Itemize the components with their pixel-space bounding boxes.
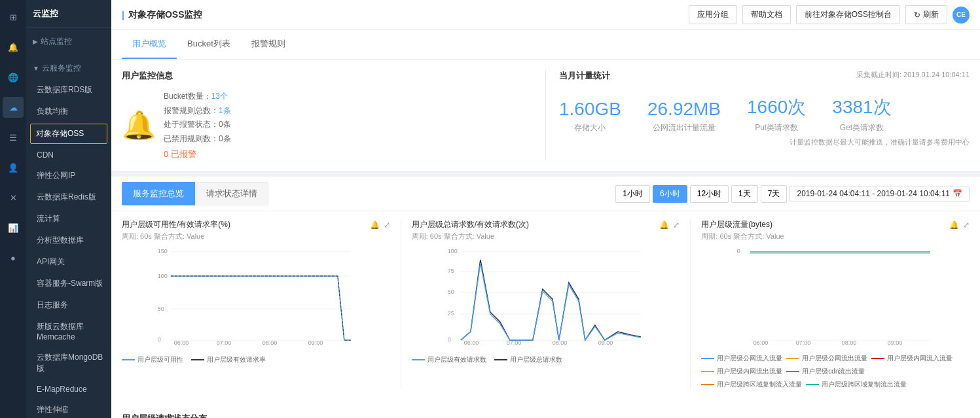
calendar-icon[interactable]: 📅 xyxy=(953,189,962,198)
sidebar-logo: 云监控 xyxy=(26,0,111,28)
bell-chart3-icon[interactable]: 🔔 xyxy=(949,220,959,230)
chart2-icons: 🔔 ⤢ xyxy=(659,220,680,230)
bottom-table: 用户层级请求状态分布 监控项 统计值 百分比 xyxy=(111,402,980,418)
sidebar-item-analytic[interactable]: 分析型数据库 xyxy=(26,230,111,251)
legend-line9 xyxy=(786,371,799,372)
note: 计量监控数据尽最大可能推送，准确计量请参考费用中心 xyxy=(559,137,970,147)
chart1-svg: 150 100 50 0 06:00 07:00 0 xyxy=(122,247,390,345)
tab-user-overview[interactable]: 用户概览 xyxy=(122,30,177,59)
bucket-count-link[interactable]: 13个 xyxy=(211,92,228,101)
sidebar-group-header-cloud[interactable]: ▼ 云服务监控 xyxy=(26,58,111,79)
sidebar-item-ess[interactable]: 弹性伸缩 xyxy=(26,399,111,418)
sidebar-group-header-site[interactable]: ▶ 站点监控 xyxy=(26,31,111,52)
legend-total-req: 用户层级总请求数 xyxy=(494,355,562,364)
legend-public-out: 用户层级公网流出流量 xyxy=(786,354,867,363)
svg-text:07:00: 07:00 xyxy=(217,340,232,345)
table-title: 用户层级请求状态分布 xyxy=(122,413,207,418)
nav-icon-dot[interactable]: ● xyxy=(3,247,24,268)
monitor-tabs: 服务监控总览 请求状态详情 xyxy=(122,182,268,205)
info-stats: Bucket数量：13个 报警规则总数：1条 处于报警状态：0条 已禁用规则数：… xyxy=(164,90,231,146)
sidebar-item-cdn[interactable]: CDN xyxy=(26,145,111,165)
nav-icon-chart[interactable]: 📊 xyxy=(3,217,24,238)
stat-get-value: 3381次 xyxy=(832,95,891,120)
sidebar-item-emr[interactable]: E-MapReduce xyxy=(26,379,111,399)
sidebar-item-api[interactable]: API网关 xyxy=(26,251,111,273)
month-stats-block: 当月计量统计 采集截止时间: 2019.01.24 10:04:11 1.60G… xyxy=(559,70,970,160)
time-btn-7d[interactable]: 7天 xyxy=(761,185,788,203)
nav-icon-settings[interactable]: ✕ xyxy=(3,187,24,208)
svg-text:0: 0 xyxy=(737,248,740,254)
nav-icon-list[interactable]: ☰ xyxy=(3,127,24,148)
alarm-rules-row: 报警规则总数：1条 xyxy=(164,104,231,118)
sidebar-item-oss[interactable]: 对象存储OSS xyxy=(30,124,107,144)
nav-icon-user[interactable]: 👤 xyxy=(3,157,24,178)
chart3-title: 用户层级流量(bytes) 🔔 ⤢ xyxy=(701,219,970,230)
topbar: 对象存储OSS监控 应用分组 帮助文档 前往对象存储OSS控制台 ↻ 刷新 CE xyxy=(111,0,980,30)
refresh-button[interactable]: ↻ 刷新 xyxy=(905,5,947,24)
chart1-area: 150 100 50 0 06:00 07:00 0 xyxy=(122,247,390,351)
svg-text:0: 0 xyxy=(158,336,161,343)
svg-text:100: 100 xyxy=(158,273,168,279)
legend-internal-in: 用户层级内网流入流量 xyxy=(871,354,953,363)
sidebar-item-container[interactable]: 容器服务-Swarm版 xyxy=(26,273,111,294)
svg-text:75: 75 xyxy=(448,268,454,274)
svg-text:08:00: 08:00 xyxy=(553,340,568,345)
main-content: 对象存储OSS监控 应用分组 帮助文档 前往对象存储OSS控制台 ↻ 刷新 CE… xyxy=(111,0,980,418)
chart2-subtitle: 周期: 60s 聚合方式: Value xyxy=(412,232,680,241)
legend-line7 xyxy=(871,358,884,359)
tab-bucket-list[interactable]: Bucket列表 xyxy=(177,30,241,59)
nav-icon-bell[interactable]: 🔔 xyxy=(3,37,24,58)
monitor-tab-request[interactable]: 请求状态详情 xyxy=(195,182,268,205)
sidebar-item-stream[interactable]: 流计算 xyxy=(26,208,111,230)
expand-chart1-icon[interactable]: ⤢ xyxy=(384,220,390,230)
monitor-tab-overview[interactable]: 服务监控总览 xyxy=(122,182,195,205)
svg-text:50: 50 xyxy=(158,305,164,312)
sidebar-item-redis[interactable]: 云数据库Redis版 xyxy=(26,186,111,208)
nav-icon-home[interactable]: ⊞ xyxy=(3,7,24,27)
time-btn-1d[interactable]: 1天 xyxy=(731,185,758,203)
sidebar-item-rds[interactable]: 云数据库RDS版 xyxy=(26,79,111,101)
legend-effective-rate: 用户层级有效请求率 xyxy=(191,355,266,364)
icon-nav: ⊞ 🔔 🌐 ☁ ☰ 👤 ✕ 📊 ● xyxy=(0,0,26,418)
user-info-title: 用户监控信息 xyxy=(122,70,231,82)
service-monitor-section: 服务监控总览 请求状态详情 1小时 6小时 12小时 1天 7天 2019-01… xyxy=(111,177,980,418)
goto-oss-button[interactable]: 前往对象存储OSS控制台 xyxy=(796,5,900,24)
chart-traffic: 用户层级流量(bytes) 🔔 ⤢ 周期: 60s 聚合方式: Value 0 … xyxy=(701,219,970,389)
svg-text:06:00: 06:00 xyxy=(174,340,189,345)
legend-cross-region-out: 用户层级跨区域复制流出流量 xyxy=(806,380,907,389)
nav-icon-globe[interactable]: 🌐 xyxy=(3,67,24,88)
nav-icon-cloud[interactable]: ☁ xyxy=(3,97,24,118)
chart3-icons: 🔔 ⤢ xyxy=(949,220,970,230)
app-group-button[interactable]: 应用分组 xyxy=(689,5,737,24)
sidebar-item-lb[interactable]: 负载均衡 xyxy=(26,101,111,122)
svg-text:06:00: 06:00 xyxy=(464,340,479,345)
stat-storage: 1.60GB 存储大小 xyxy=(559,99,621,133)
bell-chart1-icon[interactable]: 🔔 xyxy=(370,220,380,230)
disabled-rules-value: 0条 xyxy=(219,134,231,143)
bell-chart2-icon[interactable]: 🔔 xyxy=(659,220,669,230)
legend-line10 xyxy=(701,384,714,385)
legend-line2 xyxy=(191,359,204,360)
expand-chart2-icon[interactable]: ⤢ xyxy=(673,220,680,230)
help-doc-button[interactable]: 帮助文档 xyxy=(742,5,791,24)
chart2-svg: 100 75 50 25 0 06:00 07:00 xyxy=(412,247,680,345)
chart1-icons: 🔔 ⤢ xyxy=(370,220,390,230)
svg-text:150: 150 xyxy=(158,248,168,254)
chart2-title: 用户层级总请求数/有效请求数(次) 🔔 ⤢ xyxy=(412,219,680,230)
alarm-count: 0 已报警 xyxy=(164,148,231,160)
expand-chart3-icon[interactable]: ⤢ xyxy=(963,220,970,230)
sidebar-menu: 云监控 ▶ 站点监控 ▼ 云服务监控 云数据库RDS版 负载均衡 对象存储OSS… xyxy=(26,0,111,418)
sidebar-item-log[interactable]: 日志服务 xyxy=(26,294,111,316)
sidebar-item-eip[interactable]: 弹性公网IP xyxy=(26,165,111,186)
tab-alarm-rules[interactable]: 报警规则 xyxy=(241,30,296,59)
chart1-legend: 用户层级可用性 用户层级有效请求率 xyxy=(122,355,390,364)
time-btn-1h[interactable]: 1小时 xyxy=(615,185,650,203)
sidebar-item-memcache[interactable]: 新版云数据库Memcache xyxy=(26,316,111,347)
chart1-title: 用户层级可用性/有效请求率(%) 🔔 ⤢ xyxy=(122,219,390,230)
user-avatar[interactable]: CE xyxy=(953,7,970,24)
time-btn-6h[interactable]: 6小时 xyxy=(653,185,687,203)
time-btn-12h[interactable]: 12小时 xyxy=(690,185,729,203)
monitor-header: 服务监控总览 请求状态详情 1小时 6小时 12小时 1天 7天 2019-01… xyxy=(111,177,980,211)
legend-line5 xyxy=(701,358,714,359)
sidebar-item-mongo[interactable]: 云数据库MongoDB版 xyxy=(26,347,111,379)
